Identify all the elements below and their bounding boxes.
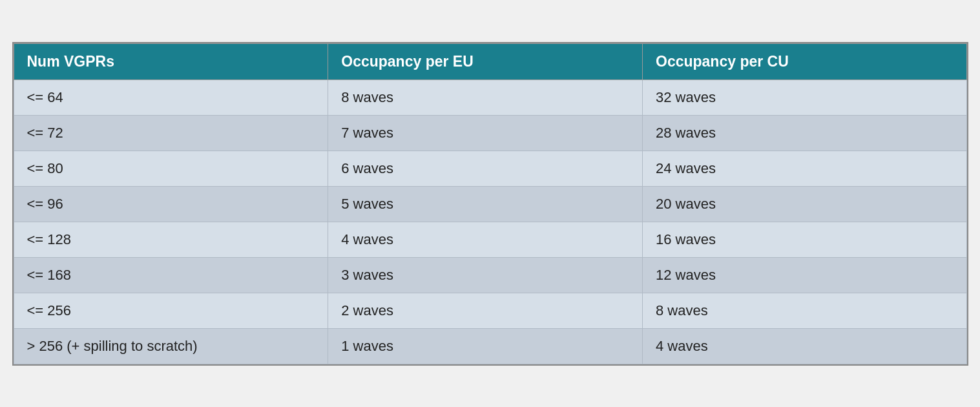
header-occ-per-cu: Occupancy per CU <box>643 43 967 79</box>
table-row: <= 1284 waves16 waves <box>14 222 966 257</box>
cell-occ-per-eu: 5 waves <box>328 186 643 222</box>
header-num-vgprs: Num VGPRs <box>14 43 328 79</box>
vgpr-occupancy-table: Num VGPRs Occupancy per EU Occupancy per… <box>14 43 967 364</box>
cell-occ-per-eu: 3 waves <box>328 257 643 293</box>
header-occ-per-eu: Occupancy per EU <box>328 43 643 79</box>
cell-num-vgprs: > 256 (+ spilling to scratch) <box>14 328 328 364</box>
cell-occ-per-eu: 4 waves <box>328 222 643 257</box>
cell-occ-per-eu: 2 waves <box>328 293 643 328</box>
table-row: <= 965 waves20 waves <box>14 186 966 222</box>
cell-num-vgprs: <= 256 <box>14 293 328 328</box>
cell-occ-per-eu: 7 waves <box>328 115 643 151</box>
cell-occ-per-cu: 20 waves <box>643 186 967 222</box>
table-row: > 256 (+ spilling to scratch)1 waves4 wa… <box>14 328 966 364</box>
cell-occ-per-cu: 4 waves <box>643 328 967 364</box>
cell-num-vgprs: <= 72 <box>14 115 328 151</box>
table-row: <= 806 waves24 waves <box>14 151 966 186</box>
table-row: <= 648 waves32 waves <box>14 79 966 115</box>
cell-occ-per-cu: 24 waves <box>643 151 967 186</box>
table-wrapper: Num VGPRs Occupancy per EU Occupancy per… <box>12 42 968 366</box>
cell-num-vgprs: <= 64 <box>14 79 328 115</box>
header-row: Num VGPRs Occupancy per EU Occupancy per… <box>14 43 966 79</box>
cell-occ-per-cu: 28 waves <box>643 115 967 151</box>
cell-occ-per-cu: 8 waves <box>643 293 967 328</box>
cell-num-vgprs: <= 168 <box>14 257 328 293</box>
cell-occ-per-eu: 1 waves <box>328 328 643 364</box>
cell-occ-per-cu: 16 waves <box>643 222 967 257</box>
table-row: <= 727 waves28 waves <box>14 115 966 151</box>
cell-num-vgprs: <= 96 <box>14 186 328 222</box>
cell-occ-per-cu: 12 waves <box>643 257 967 293</box>
table-row: <= 1683 waves12 waves <box>14 257 966 293</box>
cell-num-vgprs: <= 128 <box>14 222 328 257</box>
cell-occ-per-cu: 32 waves <box>643 79 967 115</box>
cell-occ-per-eu: 8 waves <box>328 79 643 115</box>
cell-num-vgprs: <= 80 <box>14 151 328 186</box>
table-row: <= 2562 waves8 waves <box>14 293 966 328</box>
cell-occ-per-eu: 6 waves <box>328 151 643 186</box>
